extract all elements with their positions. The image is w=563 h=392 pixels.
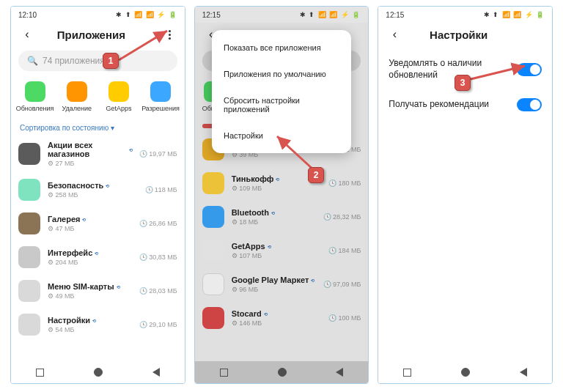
callout-2: 2: [308, 167, 324, 183]
app-item[interactable]: Google Play Маркет⟲⚙ 96 МБ🕓97,09 МБ: [202, 267, 361, 301]
search-icon: 🔍: [27, 56, 38, 66]
header: ‹ Настройки: [378, 23, 552, 49]
arrow-1: [116, 28, 174, 67]
navbar: [378, 361, 552, 383]
nav-home-icon[interactable]: [94, 368, 103, 377]
action-updates[interactable]: Обновления: [14, 81, 56, 112]
app-icon: [18, 280, 40, 302]
quick-actions: Обновления Удаление GetApps Разрешения: [11, 77, 185, 119]
app-item[interactable]: Настройки⟲⚙ 54 МБ🕓29,10 МБ: [18, 308, 177, 341]
callout-3: 3: [455, 75, 471, 91]
updates-icon: [25, 81, 45, 102]
app-item[interactable]: Акции всех магазинов⟲⚙ 27 МБ🕓19,97 МБ: [18, 135, 177, 173]
navbar: [195, 361, 369, 383]
getapps-icon: [108, 81, 129, 102]
statusbar: 12:10 ✱ ⬆ 📶 📶 ⚡ 🔋: [11, 7, 185, 23]
permissions-icon: [150, 81, 171, 102]
app-item[interactable]: GetApps⟲⚙ 107 МБ🕓184 МБ: [202, 234, 361, 267]
status-icons: ✱ ⬆ 📶 📶 ⚡ 🔋: [484, 11, 545, 18]
loading-icon: ⟲: [129, 147, 132, 152]
page-title: Настройки: [387, 29, 530, 41]
action-getapps[interactable]: GetApps: [97, 81, 139, 112]
app-icon: [18, 212, 40, 234]
popup-reset-prefs[interactable]: Сбросить настройки приложений: [212, 87, 351, 122]
nav-back-icon[interactable]: [152, 368, 160, 377]
app-icon: [202, 172, 224, 194]
app-icon: [18, 314, 40, 336]
app-item[interactable]: Stocard⟲⚙ 146 МБ🕓100 МБ: [202, 301, 361, 335]
statusbar: 12:15 ✱ ⬆ 📶 📶 ⚡ 🔋: [195, 7, 369, 23]
app-storage: 🕓30,83 МБ: [139, 254, 177, 261]
search-placeholder: 74 приложения: [43, 56, 105, 66]
sort-dropdown[interactable]: Сортировка по состоянию: [11, 119, 185, 135]
app-icon: [18, 246, 40, 268]
delete-icon: [67, 81, 87, 102]
action-permissions[interactable]: Разрешения: [139, 81, 181, 112]
nav-home-icon[interactable]: [461, 368, 470, 377]
popup-show-all-apps[interactable]: Показать все приложения: [212, 34, 351, 61]
action-delete[interactable]: Удаление: [56, 81, 97, 112]
content: ‹ 🔍 74 приложения Обновл Телефон⟲⚙ 39 МБ…: [195, 23, 369, 383]
app-item[interactable]: Галерея⟲⚙ 47 МБ🕓26,86 МБ: [18, 207, 177, 240]
app-icon: [18, 179, 40, 201]
nav-recents-icon[interactable]: [220, 369, 228, 377]
app-storage: 🕓118 МБ: [145, 186, 177, 193]
status-time: 12:15: [386, 11, 404, 19]
app-item[interactable]: Безопасность⟲⚙ 258 МБ🕓118 МБ: [18, 173, 177, 207]
app-icon: [18, 143, 40, 165]
app-icon: [202, 240, 224, 262]
setting-recommendations[interactable]: Получать рекомендации: [378, 89, 552, 120]
app-icon: [202, 307, 224, 329]
svg-line-1: [277, 136, 314, 170]
status-time: 12:15: [202, 11, 221, 19]
navbar: [11, 361, 185, 383]
nav-recents-icon[interactable]: [36, 369, 44, 377]
app-icon: [202, 273, 224, 295]
app-list: Акции всех магазинов⟲⚙ 27 МБ🕓19,97 МБ Бе…: [11, 135, 185, 361]
loading-icon: ⟲: [117, 284, 119, 289]
app-item[interactable]: Меню SIM-карты⟲⚙ 49 МБ🕓28,03 МБ: [18, 274, 177, 308]
phone-2-popup-screen: 12:15 ✱ ⬆ 📶 📶 ⚡ 🔋 ‹ 🔍 74 приложения Обно…: [194, 6, 369, 384]
loading-icon: ⟲: [106, 183, 108, 188]
toggle-recommendations[interactable]: [517, 98, 542, 111]
status-icons: ✱ ⬆ 📶 📶 ⚡ 🔋: [116, 11, 177, 18]
svg-line-0: [119, 31, 167, 60]
app-icon: [202, 206, 224, 228]
status-icons: ✱ ⬆ 📶 📶 ⚡ 🔋: [300, 11, 361, 18]
nav-back-icon[interactable]: [336, 368, 343, 377]
loading-icon: ⟲: [92, 318, 95, 323]
loading-icon: ⟲: [95, 251, 97, 256]
app-storage: 🕓19,97 МБ: [139, 150, 177, 158]
app-storage: 🕓29,10 МБ: [139, 321, 177, 328]
arrow-3: [468, 62, 534, 86]
popup-default-apps[interactable]: Приложения по умолчанию: [212, 61, 351, 87]
app-storage: 🕓28,03 МБ: [139, 287, 177, 295]
status-time: 12:10: [18, 11, 37, 19]
callout-1: 1: [103, 53, 119, 69]
loading-icon: ⟲: [82, 217, 85, 222]
statusbar: 12:15 ✱ ⬆ 📶 📶 ⚡ 🔋: [378, 7, 552, 23]
nav-home-icon[interactable]: [278, 368, 287, 377]
app-item[interactable]: Интерфейс⟲⚙ 204 МБ🕓30,83 МБ: [18, 240, 177, 274]
content: ‹ Приложения 🔍 74 приложения Обновления …: [11, 23, 185, 383]
nav-back-icon[interactable]: [520, 368, 527, 377]
app-item[interactable]: Bluetooth⟲⚙ 18 МБ🕓28,32 МБ: [202, 200, 361, 234]
nav-recents-icon[interactable]: [403, 369, 411, 377]
svg-line-2: [471, 66, 525, 79]
app-storage: 🕓26,86 МБ: [139, 220, 177, 227]
